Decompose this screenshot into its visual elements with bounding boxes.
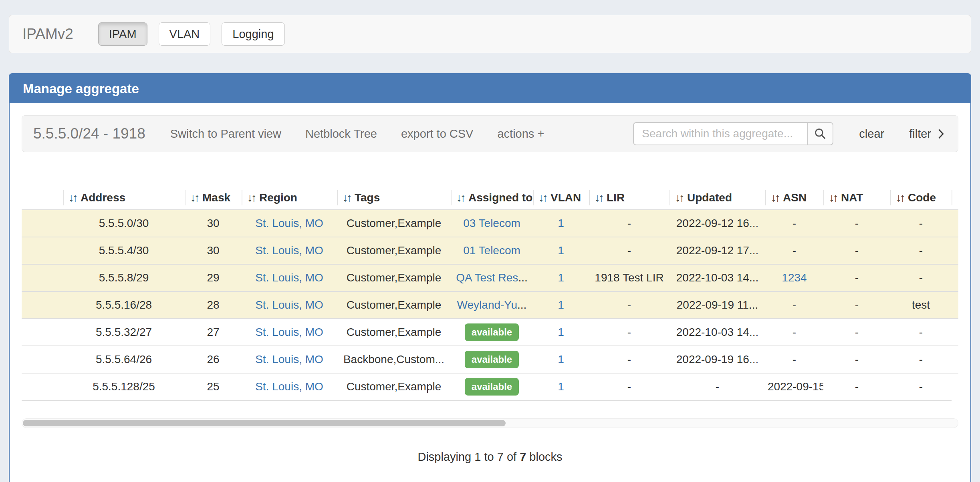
region-link[interactable]: St. Louis, MO [255,271,323,284]
region-link[interactable]: St. Louis, MO [255,326,323,338]
switch-to-parent-view-link[interactable]: Switch to Parent view [170,127,281,141]
chevron-right-icon [938,129,944,139]
search-button[interactable] [807,122,833,145]
vlan-link[interactable]: 1 [558,299,564,311]
export-to-csv-link[interactable]: export to CSV [401,127,474,141]
cell-nat: - [823,210,890,237]
column-separator [533,190,534,205]
region-link[interactable]: St. Louis, MO [255,244,323,257]
search-input[interactable] [633,122,807,145]
column-label: Address [81,191,125,204]
column-separator [952,190,952,205]
assigned-to-link[interactable]: Weyland-Yu [457,299,517,311]
column-header-lir[interactable]: ↓↑LIR [589,186,669,210]
cell-updated: 2022-09-12 17... [669,237,765,264]
cell-nat: - [823,237,890,264]
column-header-mask[interactable]: ↓↑Mask [185,186,242,210]
cell-code: - [890,319,952,346]
panel-body: 5.5.5.0/24 - 1918 Switch to Parent viewN… [10,103,970,464]
tab-vlan[interactable]: VLAN [159,22,211,46]
cell-code: - [890,373,952,400]
table-row: 5.5.5.4/3030St. Louis, MOCustomer,Exampl… [22,237,958,264]
cell-extra [952,291,958,319]
column-header-code[interactable]: ↓↑Code [890,186,952,210]
cell-assigned-to: available [451,346,533,373]
cell-extra [952,319,958,346]
tab-ipam[interactable]: IPAM [98,22,147,46]
assigned-to-link[interactable]: QA Test Res [456,271,518,284]
cell-vlan: 1 [533,319,589,346]
vlan-link[interactable]: 1 [558,271,564,284]
netblock-tree-link[interactable]: Netblock Tree [305,127,377,141]
cell-asn: 2022-09-15 12... [765,373,823,400]
region-link[interactable]: St. Louis, MO [255,353,323,366]
status-badge-available: available [465,351,519,368]
cell-extra [952,264,958,291]
cell-code: - [890,264,952,291]
cell-lir: 1918 Test LIR [589,264,669,291]
column-header-tags[interactable]: ↓↑Tags [337,186,451,210]
column-header-updated[interactable]: ↓↑Updated [669,186,765,210]
column-label: VLAN [550,191,581,204]
vlan-link[interactable]: 1 [558,326,564,338]
cell-tags: Customer,Example [337,291,451,319]
cell-nat: - [823,291,890,319]
cell-expand [22,210,63,237]
sort-icon: ↓↑ [69,191,77,204]
column-header-extra[interactable]: ↓↑ [952,186,958,210]
cell-nat: - [823,373,890,400]
table-header-row: ↓↑Address↓↑Mask↓↑Region↓↑Tags↓↑Assigned … [22,186,958,210]
vlan-link[interactable]: 1 [558,380,564,393]
column-header-vlan[interactable]: ↓↑VLAN [533,186,589,210]
column-header-nat[interactable]: ↓↑NAT [823,186,890,210]
cell-assigned-to: QA Test Res... [451,264,533,291]
cell-address: 5.5.5.8/29 [63,264,185,291]
cell-asn: - [765,210,823,237]
filter-link[interactable]: filter [909,127,944,141]
assigned-to-link[interactable]: 01 Telecom [463,244,520,257]
column-label: ASN [783,191,807,204]
column-header-asn[interactable]: ↓↑ASN [765,186,823,210]
column-header-region[interactable]: ↓↑Region [242,186,337,210]
assigned-to-link[interactable]: 03 Telecom [463,217,520,229]
actions-link[interactable]: actions + [497,127,544,141]
vlan-link[interactable]: 1 [558,217,564,229]
cell-assigned-to: available [451,319,533,346]
cell-region: St. Louis, MO [242,291,337,319]
horizontal-scrollbar-track[interactable] [22,418,958,428]
cell-region: St. Louis, MO [242,210,337,237]
region-link[interactable]: St. Louis, MO [255,299,323,311]
cell-address: 5.5.5.32/27 [63,319,185,346]
cell-tags: Customer,Example [337,237,451,264]
cell-vlan: 1 [533,346,589,373]
cell-asn: - [765,291,823,319]
cell-lir: - [589,210,669,237]
asn-link[interactable]: 1234 [782,271,807,284]
vlan-link[interactable]: 1 [558,244,564,257]
column-separator [451,190,452,205]
manage-aggregate-panel: Manage aggregate 5.5.5.0/24 - 1918 Switc… [9,73,971,482]
cell-tags: Customer,Example [337,319,451,346]
cell-extra [952,346,958,373]
clear-link[interactable]: clear [859,127,884,141]
nav-tabs: IPAMVLANLogging [98,22,296,46]
cell-address: 5.5.5.64/26 [63,346,185,373]
region-link[interactable]: St. Louis, MO [255,380,323,393]
tab-logging[interactable]: Logging [222,22,284,46]
vlan-link[interactable]: 1 [558,353,564,366]
region-link[interactable]: St. Louis, MO [255,217,323,229]
cell-lir: - [589,291,669,319]
aggregate-toolbar: 5.5.5.0/24 - 1918 Switch to Parent viewN… [22,115,958,152]
cell-expand [22,346,63,373]
cell-asn: 1234 [765,264,823,291]
cell-expand [22,291,63,319]
sort-icon: ↓↑ [247,191,255,204]
cell-mask: 29 [185,264,242,291]
cell-region: St. Louis, MO [242,264,337,291]
column-header-address[interactable]: ↓↑Address [63,186,185,210]
panel-title: Manage aggregate [23,81,139,96]
aggregate-label: 5.5.5.0/24 - 1918 [33,125,145,142]
horizontal-scrollbar-thumb[interactable] [23,420,506,426]
cell-vlan: 1 [533,264,589,291]
column-header-assigned-to[interactable]: ↓↑Assigned to [451,186,533,210]
